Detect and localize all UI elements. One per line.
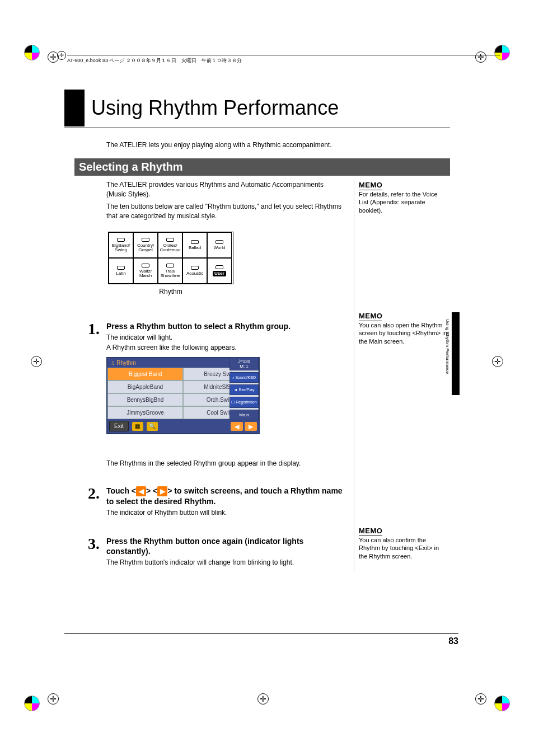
step-3-number: 3.: [74, 536, 106, 569]
step-1-p1: The indicator will light.: [106, 334, 345, 341]
reg-cross-br: [475, 693, 486, 705]
chapter-block-icon: [64, 90, 85, 126]
step-2-number: 2.: [74, 486, 106, 519]
lcd-measure: M: 1: [240, 364, 249, 369]
prepress-filename: AT-900_e.book 83 ページ ２００８年９月１６日 火曜日 午前１０…: [67, 58, 242, 63]
lcd-cell-selected: Biggest Band: [107, 368, 183, 381]
memo-3-text: You can also confirm the Rhythm by touch…: [359, 536, 448, 561]
step-3-p1: The Rhythm button's indicator will chang…: [106, 558, 345, 566]
lcd-exit-button: Exit: [109, 421, 129, 431]
step-1-after: The Rhythms in the selected Rhythm group…: [106, 459, 347, 467]
intro-text: The ATELIER lets you enjoy playing along…: [106, 141, 332, 149]
footer-line: [64, 633, 458, 634]
step-3: 3. Press the Rhythm button once again (i…: [74, 536, 345, 569]
memo-label: MEMO: [359, 311, 448, 321]
lcd-cell: BigAppleBand: [107, 381, 183, 393]
chapter-title: Using Rhythm Performance: [91, 96, 339, 120]
reg-cross-bc: [257, 693, 269, 705]
rhythm-btn-waltz: Waltz/ March: [133, 258, 158, 284]
step-1-p2: A Rhythm screen like the following appea…: [106, 344, 345, 351]
memo-2-text: You can also open the Rhythm screen by t…: [359, 321, 448, 346]
step-1-head: Press a Rhythm button to select a Rhythm…: [106, 321, 345, 331]
step-1: 1. Press a Rhythm button to select a Rhy…: [74, 321, 345, 354]
rhythm-btn-oldies: Oldies/ Contempo: [158, 232, 182, 258]
right-arrow-icon: ▶: [157, 486, 167, 496]
rhythm-diagram-label: Rhythm: [108, 288, 233, 295]
lcd-next-icon: ▶: [245, 422, 257, 431]
rhythm-btn-world: World: [207, 232, 232, 258]
lcd-side-panel: ♩=130M: 1 ♪ Sound/KBD ◄ Rec/Play ☐ Regis…: [229, 357, 259, 420]
reg-color-tl: [24, 45, 40, 60]
left-arrow-icon: ◀: [136, 486, 146, 496]
rhythm-btn-ballad: Ballad: [182, 232, 207, 258]
reg-color-bl: [24, 696, 40, 711]
lcd-main-button: Main: [229, 410, 259, 420]
memo-3: MEMO You can also confirm the Rhythm by …: [359, 526, 448, 561]
body-p2: The ten buttons below are called "Rhythm…: [106, 202, 344, 222]
body-p1: The ATELIER provides various Rhythms and…: [106, 180, 344, 200]
lcd-soundkbd-button: ♪ Sound/KBD: [229, 372, 259, 383]
body-paragraphs: The ATELIER provides various Rhythms and…: [106, 180, 344, 224]
step-3-head: Press the Rhythm button once again (indi…: [106, 536, 345, 556]
reg-cross-bl: [48, 693, 59, 705]
reg-color-br: [494, 696, 510, 711]
step-1-number: 1.: [74, 321, 106, 354]
lcd-tempo: ♩=130: [238, 359, 250, 364]
memo-label: MEMO: [359, 526, 448, 536]
column-divider: [354, 179, 354, 571]
reg-cross-mr: [492, 356, 503, 367]
rhythm-btn-bigband: BigBand/ Swing: [109, 232, 133, 258]
lcd-util-icon: ▦: [132, 422, 143, 431]
divider-line: [64, 128, 450, 128]
memo-1-text: For details, refer to the Voice List (Ap…: [359, 190, 448, 215]
lcd-search-icon: 🔍: [147, 422, 158, 431]
reg-cross-ml: [31, 356, 42, 367]
thumb-tab: [452, 312, 460, 395]
step-2-p1: The indicator of Rhythm button will blin…: [106, 509, 345, 516]
lcd-recplay-button: ◄ Rec/Play: [229, 384, 259, 395]
rhythm-btn-trad: Trad/ Showtime: [158, 258, 182, 284]
rhythm-btn-country: Country/ Gospel: [133, 232, 158, 258]
lcd-title: Rhythm: [116, 360, 135, 366]
memo-label: MEMO: [359, 180, 448, 190]
rhythm-btn-acoustic: Acoustic: [182, 258, 207, 284]
rhythm-btn-latin: Latin: [109, 258, 133, 284]
lcd-cell: BennysBigBnd: [107, 393, 183, 406]
section-heading: Selecting a Rhythm: [74, 158, 450, 176]
memo-1: MEMO For details, refer to the Voice Lis…: [359, 180, 448, 215]
rhythm-btn-user: User: [207, 258, 232, 284]
lcd-prev-icon: ◀: [231, 422, 243, 431]
lcd-registration-button: ☐ Registration: [229, 397, 259, 408]
prepress-header: ✛ AT-900_e.book 83 ページ ２００８年９月１６日 火曜日 午前…: [67, 55, 500, 64]
thumb-tab-label: Using Rhythm Performance: [445, 319, 450, 374]
page-number: 83: [448, 636, 458, 646]
rhythm-button-diagram: BigBand/ Swing Country/ Gospel Oldies/ C…: [108, 232, 233, 295]
chapter-heading: Using Rhythm Performance: [64, 90, 339, 126]
lcd-cell: JimmysGroove: [107, 406, 183, 419]
step-2: 2. Touch <◀> <▶> to switch screens, and …: [74, 486, 345, 519]
step-2-head: Touch <◀> <▶> to switch screens, and tou…: [106, 486, 345, 506]
memo-2: MEMO You can also open the Rhythm screen…: [359, 311, 448, 346]
